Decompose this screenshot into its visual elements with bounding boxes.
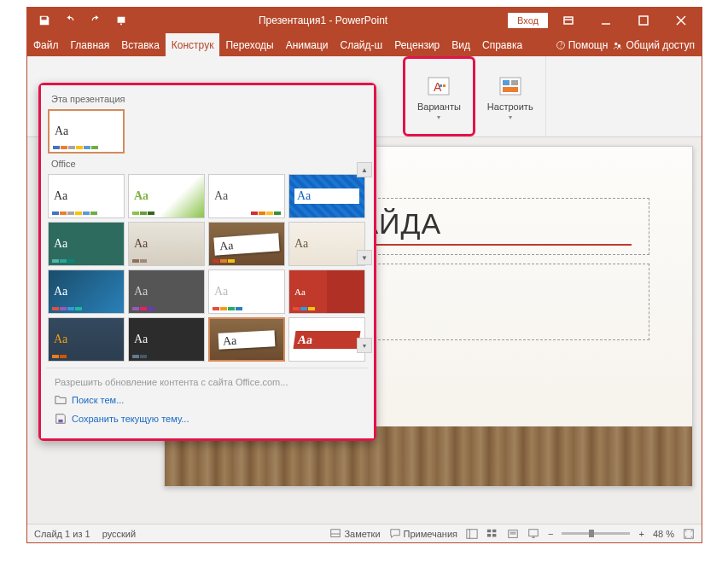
svg-point-6	[614, 42, 617, 44]
login-button[interactable]: Вход	[508, 13, 548, 28]
svg-rect-0	[564, 17, 573, 24]
slide-sorter-button[interactable]	[486, 528, 498, 540]
theme-circuit[interactable]: Aa	[128, 317, 205, 362]
theme-ion[interactable]: Aa	[48, 222, 125, 266]
scroll-expand-button[interactable]: ▾	[357, 338, 372, 353]
svg-rect-29	[58, 420, 62, 423]
zoom-slider[interactable]	[562, 532, 630, 535]
tab-animations[interactable]: Анимаци	[280, 33, 335, 56]
save-button[interactable]	[36, 12, 53, 29]
close-button[interactable]	[664, 9, 698, 32]
svg-rect-27	[529, 529, 539, 536]
theme-organic[interactable]: Aa	[128, 222, 205, 266]
redo-button[interactable]	[87, 12, 104, 29]
normal-view-button[interactable]	[466, 528, 478, 540]
tab-review[interactable]: Рецензир	[388, 33, 446, 56]
language-indicator[interactable]: русский	[102, 529, 136, 539]
window-title: Презентация1 - PowerPoint	[138, 14, 508, 26]
variants-group[interactable]: A Варианты ▾	[403, 56, 475, 136]
statusbar: Слайд 1 из 1 русский Заметки Примечания …	[27, 524, 702, 542]
browse-themes-link[interactable]: Поиск тем...	[50, 391, 365, 409]
share-button[interactable]: Общий доступ	[613, 39, 695, 51]
theme-basis[interactable]: Aa	[208, 270, 285, 314]
titlebar: Презентация1 - PowerPoint Вход	[27, 8, 702, 33]
comments-button[interactable]: Примечания	[389, 528, 458, 540]
theme-wisp[interactable]: Aa	[288, 222, 365, 266]
tab-slideshow[interactable]: Слайд-ш	[335, 33, 389, 56]
svg-rect-18	[467, 529, 477, 538]
reading-view-button[interactable]	[507, 528, 519, 540]
svg-rect-11	[443, 84, 446, 87]
fit-to-window-button[interactable]	[683, 528, 695, 540]
svg-rect-20	[487, 529, 491, 532]
title-controls: Вход	[508, 9, 702, 32]
svg-rect-2	[639, 16, 648, 25]
slide-counter: Слайд 1 из 1	[34, 529, 90, 539]
customize-group[interactable]: Настроить ▾	[475, 56, 546, 136]
tell-me-button[interactable]: Помощн	[556, 39, 609, 51]
share-label: Общий доступ	[626, 39, 695, 51]
notes-button[interactable]: Заметки	[329, 528, 380, 540]
help-area: Помощн Общий доступ	[556, 33, 702, 56]
theme-gallery-hover[interactable]: Aa Галерея	[208, 317, 285, 362]
theme-office[interactable]: Aa	[48, 174, 125, 218]
section-this-presentation: Эта презентация	[46, 90, 369, 107]
theme-dividend[interactable]: Aa	[288, 270, 365, 314]
tab-view[interactable]: Вид	[446, 33, 476, 56]
zoom-out-button[interactable]: −	[548, 529, 553, 539]
minimize-button[interactable]	[589, 9, 623, 32]
tell-me-label: Помощн	[568, 39, 609, 51]
theme-facet[interactable]: Aa	[128, 174, 205, 218]
themes-dropdown: Эта презентация Aa Office Aa Aa Aa Aa Aa…	[38, 83, 376, 441]
dropdown-footer: Разрешить обновление контента с сайта Of…	[46, 368, 369, 433]
save-theme-label: Сохранить текущую тему...	[72, 414, 189, 424]
theme-tooltip: Галерея	[236, 360, 283, 362]
theme-frame[interactable]: Aa	[288, 317, 365, 362]
svg-rect-21	[492, 529, 496, 532]
svg-rect-10	[440, 84, 442, 87]
maximize-button[interactable]	[626, 9, 661, 32]
tab-transitions[interactable]: Переходы	[219, 33, 279, 56]
customize-icon	[497, 72, 524, 100]
variants-icon: A	[425, 72, 452, 100]
theme-badge[interactable]: Aa	[128, 270, 205, 314]
theme-current[interactable]: Aa	[48, 109, 125, 154]
quick-access-toolbar	[27, 12, 138, 29]
variants-label: Варианты	[417, 101, 461, 112]
scroll-down-button[interactable]: ▼	[357, 250, 372, 265]
svg-rect-13	[503, 80, 510, 85]
folder-icon	[55, 394, 67, 406]
tab-design[interactable]: Конструк	[166, 33, 220, 56]
ribbon-options-button[interactable]	[551, 9, 585, 32]
svg-rect-14	[511, 80, 518, 85]
svg-rect-15	[503, 87, 518, 92]
start-from-beginning-button[interactable]	[113, 12, 130, 29]
save-theme-link[interactable]: Сохранить текущую тему...	[50, 409, 365, 428]
theme-retrospect[interactable]: Aa	[208, 174, 285, 218]
browse-themes-label: Поиск тем...	[72, 395, 124, 405]
svg-rect-16	[331, 529, 341, 536]
zoom-in-button[interactable]: +	[638, 529, 644, 539]
theme-berlin[interactable]: Aa	[48, 317, 125, 362]
ribbon-tabs: Файл Главная Вставка Конструк Переходы А…	[27, 33, 702, 56]
theme-slice[interactable]: Aa	[48, 270, 125, 314]
update-content-link[interactable]: Разрешить обновление контента с сайта Of…	[50, 374, 365, 391]
slideshow-view-button[interactable]	[527, 528, 539, 540]
svg-rect-23	[492, 534, 496, 537]
section-office: Office	[46, 155, 369, 172]
scroll-up-button[interactable]: ▲	[357, 162, 372, 177]
notes-label: Заметки	[344, 529, 380, 539]
tab-insert[interactable]: Вставка	[115, 33, 166, 56]
dropdown-scrollbar: ▲ ▼ ▾	[357, 162, 372, 353]
undo-button[interactable]	[61, 12, 79, 29]
theme-gallery[interactable]: Aa	[208, 222, 285, 266]
customize-label: Настроить	[487, 101, 533, 112]
tab-home[interactable]: Главная	[65, 33, 116, 56]
comments-label: Примечания	[404, 529, 458, 539]
theme-integral[interactable]: Aa	[288, 174, 365, 218]
save-icon	[55, 413, 67, 425]
tab-help[interactable]: Справка	[476, 33, 528, 56]
svg-rect-22	[487, 534, 491, 537]
zoom-value[interactable]: 48 %	[653, 529, 674, 539]
tab-file[interactable]: Файл	[27, 33, 65, 56]
